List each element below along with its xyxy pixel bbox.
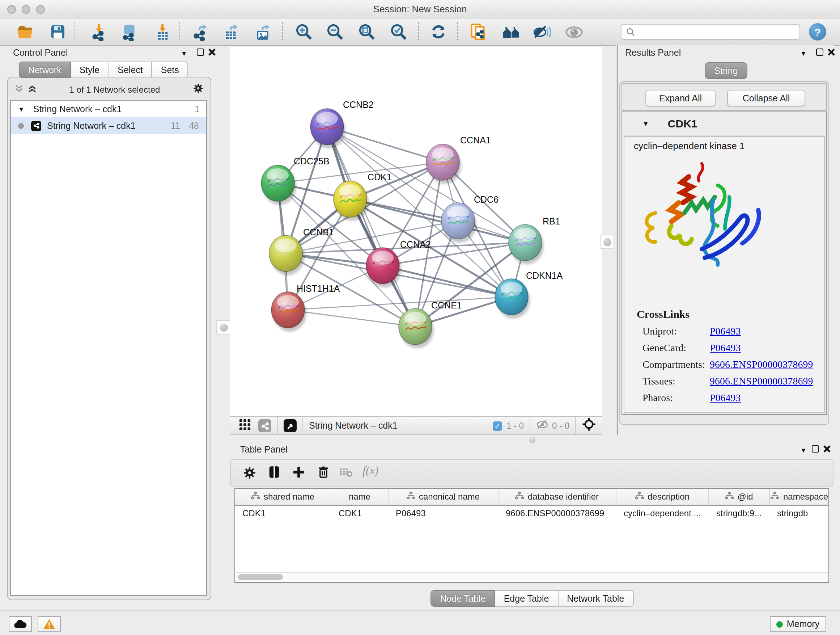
horizontal-splitter[interactable] [230,435,834,443]
share-view-icon[interactable] [258,419,271,432]
selected-count: 1 - 0 [507,421,524,431]
home-network-icon[interactable] [501,22,521,42]
tab-node-table[interactable]: Node Table [431,590,495,607]
results-panel-float-icon[interactable] [816,49,823,56]
table-h-scrollbar[interactable] [236,572,828,581]
memory-button[interactable]: Memory [770,616,826,632]
control-panel-float-icon[interactable] [197,49,204,56]
tab-network-table[interactable]: Network Table [557,590,633,607]
import-table-icon[interactable] [152,22,172,42]
refresh-view-icon[interactable] [428,22,448,42]
search-field[interactable] [621,24,800,40]
expand-all-button[interactable]: Expand All [645,90,715,106]
table-panel-title: Table Panel [240,445,287,455]
tab-sets[interactable]: Sets [152,62,188,78]
crosslink-value-link[interactable]: 9606.ENSP00000378699 [710,359,813,371]
import-network-file-icon[interactable] [88,22,109,42]
node-label-CDK1: CDK1 [368,172,392,182]
split-columns-icon[interactable] [267,465,281,482]
gene-section-header[interactable]: ▼ CDK1 [622,112,826,135]
results-panel-collapse-icon[interactable]: ▼ [800,50,807,57]
toolbar-separator [302,417,303,434]
control-panel-collapse-icon[interactable]: ▼ [181,50,187,57]
collapse-all-icon[interactable] [14,83,24,96]
column-header-description[interactable]: description [616,489,709,505]
network-row[interactable]: String Network – cdk1 11 48 [11,117,206,134]
save-session-icon[interactable] [48,22,68,42]
scrollbar-thumb[interactable] [238,574,283,580]
table-cell[interactable]: stringdb:9... [709,506,770,521]
open-session-icon[interactable] [14,22,35,42]
table-panel-collapse-icon[interactable]: ▼ [800,447,807,454]
network-from-clipboard-icon[interactable] [468,22,488,42]
network-list-gear-icon[interactable] [193,82,204,97]
table-gear-icon[interactable] [242,466,257,483]
tab-network[interactable]: Network [19,62,71,78]
crosslink-value-link[interactable]: 9606.ENSP00000378699 [710,376,813,387]
table-row[interactable]: CDK1CDK1P064939606.ENSP00000378699cyclin… [235,506,829,521]
search-input[interactable] [636,26,799,38]
column-header-label: description [647,492,690,502]
gene-description: cyclin–dependent kinase 1 [634,141,745,151]
table-panel-float-icon[interactable] [812,445,819,453]
import-network-database-icon[interactable] [118,22,139,42]
node-table: shared namenamecanonical namedatabase id… [234,488,829,583]
column-header-namespace[interactable]: namespace [770,489,829,505]
table-panel-close-icon[interactable] [823,445,831,453]
table-cell[interactable]: CDK1 [332,506,388,521]
control-panel-title: Control Panel [13,48,68,58]
export-network-icon[interactable] [189,22,210,42]
tab-style[interactable]: Style [70,62,109,78]
grid-view-icon[interactable] [239,418,251,433]
zoom-fit-icon[interactable] [357,22,377,42]
expand-all-icon[interactable] [27,83,37,96]
open-in-window-icon[interactable] [284,419,297,432]
zoom-out-icon[interactable] [325,22,345,42]
tree-expander-icon[interactable]: ▼ [18,105,25,112]
toolbar-separator [277,417,278,434]
crosslink-value-link[interactable]: P06493 [710,342,741,354]
gene-expander-icon[interactable]: ▼ [643,120,649,127]
right-splitter-handle[interactable] [600,234,614,249]
table-cell[interactable]: stringdb [770,506,829,521]
table-cell[interactable]: 9606.ENSP00000378699 [499,506,616,521]
table-cell[interactable]: P06493 [388,506,499,521]
hide-graphics-details-icon[interactable] [532,22,552,42]
hidden-eye-icon [536,418,548,433]
column-header-database-identifier[interactable]: database identifier [499,489,616,505]
export-image-icon[interactable] [253,22,273,42]
crosslink-value-link[interactable]: P06493 [710,393,741,404]
horizontal-splitter-handle[interactable] [529,437,535,443]
column-header-canonical-name[interactable]: canonical name [388,489,499,505]
selected-checkbox-icon[interactable]: ✓ [493,421,502,431]
table-cell[interactable]: CDK1 [235,506,332,521]
results-panel-title: Results Panel [625,48,681,58]
column-header-shared-name[interactable]: shared name [235,489,332,505]
control-panel-close-icon[interactable] [208,49,216,56]
tab-string[interactable]: String [705,62,747,79]
birds-eye-view-icon[interactable] [564,22,584,42]
delete-column-icon[interactable] [316,465,331,482]
results-panel-close-icon[interactable] [828,49,835,56]
network-collection-row[interactable]: ▼ String Network – cdk1 1 [11,101,206,117]
help-icon[interactable]: ? [809,23,826,41]
zoom-selected-icon[interactable] [388,22,409,42]
export-table-icon[interactable] [221,22,241,42]
toolbar-separator [282,22,283,41]
left-splitter-handle[interactable] [216,320,231,334]
warning-button[interactable] [38,616,61,632]
tab-select[interactable]: Select [108,62,152,78]
node-label-CDC6: CDC6 [474,195,499,204]
tab-edge-table[interactable]: Edge Table [494,590,559,607]
crosslink-value-link[interactable]: P06493 [710,326,741,337]
birds-eye-crosshair-icon[interactable] [582,417,596,434]
network-canvas[interactable]: CCNB2CCNA1CDC25BCDK1CDC6RB1CCNB1CCNA2CDK… [230,47,602,416]
table-cell[interactable]: cyclin–dependent ... [616,506,709,521]
column-header-name[interactable]: name [332,489,388,505]
zoom-in-icon[interactable] [294,22,314,42]
collapse-all-button[interactable]: Collapse All [727,90,805,106]
column-header-@id[interactable]: @id [709,489,770,505]
add-column-icon[interactable] [292,465,306,482]
string-network-icon [31,120,41,131]
cloud-button[interactable] [9,616,32,632]
